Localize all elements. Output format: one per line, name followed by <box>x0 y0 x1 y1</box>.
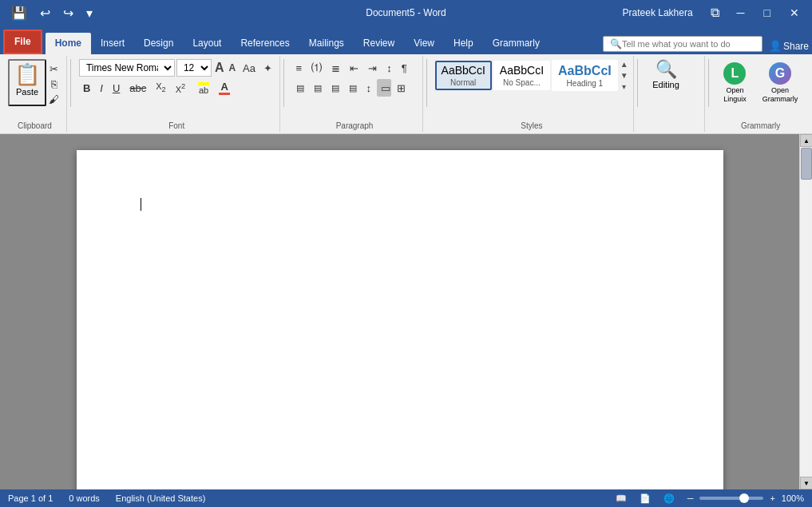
customize-quick-access-button[interactable]: ▾ <box>81 4 97 22</box>
format-painter-button[interactable]: 🖌 <box>46 93 61 106</box>
style-gallery: AaBbCcI Normal AaBbCcI No Spac... AaBbCc… <box>435 60 618 91</box>
tab-help[interactable]: Help <box>444 33 483 54</box>
tab-mailings[interactable]: Mailings <box>299 33 354 54</box>
font-color-button[interactable]: A <box>215 79 234 97</box>
save-button[interactable]: 💾 <box>6 4 32 22</box>
text-highlight-button[interactable]: ab <box>194 79 213 97</box>
grammarly-group-label: Grammarly <box>712 121 809 130</box>
justify-button[interactable]: ▤ <box>345 79 361 97</box>
style-heading1-label: Heading 1 <box>567 79 604 88</box>
multilevel-button[interactable]: ≣ <box>327 59 344 77</box>
ribbon-toolbar: 📋 Paste ✂ ⎘ 🖌 Clipboard Times New Roman <box>0 54 812 134</box>
open-linguix-label: OpenLinguix <box>723 86 747 104</box>
font-family-select[interactable]: Times New Roman Arial Calibri <box>79 59 175 77</box>
linguix-group: L OpenLinguix G OpenGrammarly Grammarly <box>712 56 809 132</box>
cut-button[interactable]: ✂ <box>46 62 61 76</box>
tab-layout[interactable]: Layout <box>183 33 231 54</box>
tab-insert[interactable]: Insert <box>91 33 134 54</box>
show-formatting-button[interactable]: ¶ <box>398 59 411 77</box>
clear-format-button[interactable]: ✦ <box>261 61 275 75</box>
subscript-button[interactable]: X2 <box>152 79 169 97</box>
font-size-select[interactable]: 12 10 11 14 16 <box>176 59 212 77</box>
editing-button[interactable]: 🔍 Editing <box>646 57 686 91</box>
italic-button[interactable]: I <box>96 79 107 97</box>
font-color-icon: A <box>220 81 228 93</box>
paragraph-label: Paragraph <box>287 121 422 130</box>
print-layout-button[interactable]: 📄 <box>636 493 654 505</box>
grammarly-icon: G <box>769 62 791 85</box>
editing-content: 🔍 Editing <box>646 57 686 132</box>
tab-file[interactable]: File <box>3 30 42 54</box>
title-bar: 💾 ↩ ↪ ▾ Document5 - Word Prateek Lakhera… <box>0 0 812 26</box>
style-heading1[interactable]: AaBbCcI Heading 1 <box>552 60 618 91</box>
tab-design[interactable]: Design <box>134 33 183 54</box>
minimize-button[interactable]: ─ <box>731 5 751 21</box>
maximize-button[interactable]: □ <box>758 5 777 21</box>
open-grammarly-label: OpenGrammarly <box>762 86 798 104</box>
paste-button[interactable]: 📋 Paste <box>8 59 46 106</box>
restore-button[interactable]: ⧉ <box>706 4 724 22</box>
undo-button[interactable]: ↩ <box>35 4 55 22</box>
styles-scroll-down[interactable]: ▼ <box>620 70 629 81</box>
zoom-slider[interactable] <box>699 497 763 500</box>
open-linguix-button[interactable]: L OpenLinguix <box>717 61 753 121</box>
style-no-spacing-preview: AaBbCcI <box>500 64 544 77</box>
superscript-button[interactable]: X2 <box>172 79 189 97</box>
tab-home[interactable]: Home <box>46 33 91 54</box>
tab-references[interactable]: References <box>231 33 299 54</box>
font-row-2: B I U abc X2 X2 ab A <box>79 79 275 97</box>
bullets-button[interactable]: ≡ <box>292 59 307 77</box>
sort-button[interactable]: ↕ <box>382 59 396 77</box>
style-no-spacing-label: No Spac... <box>503 78 541 87</box>
strikethrough-button[interactable]: abc <box>125 79 150 97</box>
tab-view[interactable]: View <box>404 33 444 54</box>
scroll-track[interactable] <box>800 147 812 477</box>
font-grow-button[interactable]: A <box>213 61 226 75</box>
increase-indent-button[interactable]: ⇥ <box>364 59 381 77</box>
align-right-button[interactable]: ▤ <box>327 79 343 97</box>
tab-grammarly[interactable]: Grammarly <box>483 33 549 54</box>
paragraph-group: ≡ ⑴ ≣ ⇤ ⇥ ↕ ¶ ▤ ▤ ▤ ▤ ↕ ▭ ⊞ Paragraph <box>287 56 423 132</box>
vertical-scrollbar: ▲ ▼ <box>799 134 812 489</box>
web-layout-button[interactable]: 🌐 <box>660 493 678 505</box>
user-name: Prateek Lakhera <box>623 7 693 18</box>
zoom-out-button[interactable]: ─ <box>684 493 697 504</box>
search-box[interactable]: 🔍 <box>603 36 762 52</box>
close-button[interactable]: ✕ <box>783 5 806 21</box>
read-mode-button[interactable]: 📖 <box>612 493 630 505</box>
line-spacing-button[interactable]: ↕ <box>362 79 376 97</box>
styles-label: Styles <box>430 121 634 130</box>
decrease-indent-button[interactable]: ⇤ <box>346 59 362 77</box>
tab-review[interactable]: Review <box>354 33 404 54</box>
open-grammarly-button[interactable]: G OpenGrammarly <box>756 61 805 121</box>
share-button[interactable]: Share <box>783 41 809 52</box>
search-icon: 🔍 <box>610 38 622 50</box>
language: English (United States) <box>116 493 206 503</box>
search-input[interactable] <box>622 39 742 49</box>
style-no-spacing[interactable]: AaBbCcI No Spac... <box>493 61 550 90</box>
zoom-in-button[interactable]: + <box>766 493 778 504</box>
bold-button[interactable]: B <box>79 79 94 97</box>
styles-scroll-up[interactable]: ▲ <box>620 59 629 69</box>
styles-expand[interactable]: ▾ <box>620 81 629 92</box>
align-left-button[interactable]: ▤ <box>292 79 308 97</box>
scroll-thumb[interactable] <box>801 148 812 180</box>
font-shrink-button[interactable]: A <box>227 62 237 73</box>
style-normal[interactable]: AaBbCcI Normal <box>435 61 492 90</box>
scroll-up-button[interactable]: ▲ <box>800 134 812 147</box>
redo-button[interactable]: ↪ <box>58 4 78 22</box>
text-cursor <box>141 198 141 211</box>
numbering-button[interactable]: ⑴ <box>307 59 326 77</box>
scroll-down-button[interactable]: ▼ <box>800 477 812 489</box>
underline-button[interactable]: U <box>109 79 124 97</box>
separator-2 <box>283 59 284 107</box>
change-case-button[interactable]: Aa <box>239 59 259 77</box>
clipboard-group: 📋 Paste ✂ ⎘ 🖌 Clipboard <box>3 56 67 132</box>
align-center-button[interactable]: ▤ <box>310 79 326 97</box>
document-page[interactable] <box>77 150 723 489</box>
document-area[interactable] <box>0 134 799 489</box>
copy-button[interactable]: ⎘ <box>46 77 61 91</box>
shading-button[interactable]: ▭ <box>377 79 391 97</box>
style-heading1-preview: AaBbCcI <box>558 63 612 78</box>
borders-button[interactable]: ⊞ <box>393 79 410 97</box>
